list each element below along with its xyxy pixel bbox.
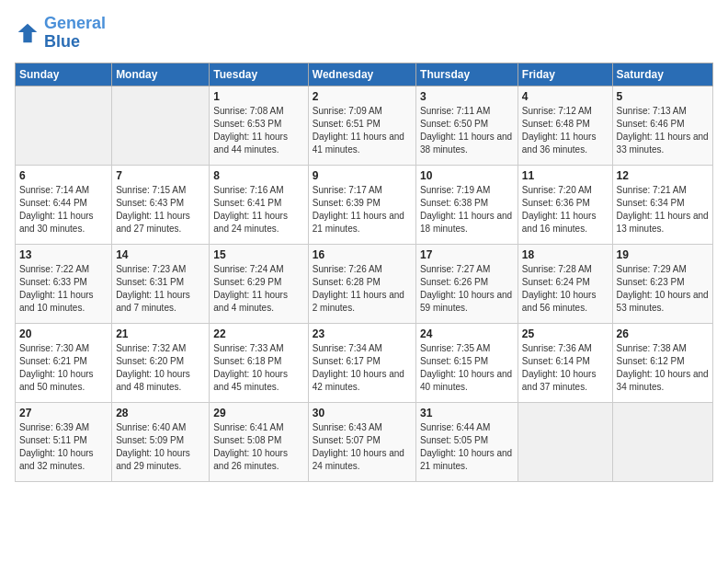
calendar-cell: 11Sunrise: 7:20 AM Sunset: 6:36 PM Dayli…	[518, 165, 612, 244]
day-info: Sunrise: 7:12 AM Sunset: 6:48 PM Dayligh…	[522, 105, 609, 156]
weekday-header: Sunday	[16, 63, 112, 86]
day-info: Sunrise: 7:33 AM Sunset: 6:18 PM Dayligh…	[213, 342, 303, 394]
calendar-cell: 12Sunrise: 7:21 AM Sunset: 6:34 PM Dayli…	[612, 165, 712, 244]
weekday-header-row: SundayMondayTuesdayWednesdayThursdayFrid…	[16, 63, 713, 86]
calendar-cell: 22Sunrise: 7:33 AM Sunset: 6:18 PM Dayli…	[210, 323, 308, 402]
weekday-header: Thursday	[416, 63, 518, 86]
calendar-cell: 16Sunrise: 7:26 AM Sunset: 6:28 PM Dayli…	[308, 244, 415, 323]
weekday-header: Monday	[112, 63, 210, 86]
day-number: 14	[116, 248, 205, 261]
day-info: Sunrise: 7:09 AM Sunset: 6:51 PM Dayligh…	[313, 105, 412, 156]
logo-text: General Blue	[44, 15, 106, 52]
calendar-cell: 29Sunrise: 6:41 AM Sunset: 5:08 PM Dayli…	[210, 402, 308, 481]
calendar-table: SundayMondayTuesdayWednesdayThursdayFrid…	[15, 63, 713, 482]
calendar-week-row: 13Sunrise: 7:22 AM Sunset: 6:33 PM Dayli…	[16, 244, 713, 323]
calendar-cell: 25Sunrise: 7:36 AM Sunset: 6:14 PM Dayli…	[518, 323, 612, 402]
day-info: Sunrise: 7:29 AM Sunset: 6:23 PM Dayligh…	[617, 263, 709, 315]
calendar-cell: 9Sunrise: 7:17 AM Sunset: 6:39 PM Daylig…	[308, 165, 415, 244]
calendar-cell: 2Sunrise: 7:09 AM Sunset: 6:51 PM Daylig…	[308, 86, 415, 165]
calendar-cell: 31Sunrise: 6:44 AM Sunset: 5:05 PM Dayli…	[416, 402, 518, 481]
weekday-header: Saturday	[612, 63, 712, 86]
day-info: Sunrise: 7:13 AM Sunset: 6:46 PM Dayligh…	[617, 105, 709, 156]
calendar-cell: 13Sunrise: 7:22 AM Sunset: 6:33 PM Dayli…	[16, 244, 112, 323]
day-number: 13	[19, 248, 108, 261]
calendar-cell: 1Sunrise: 7:08 AM Sunset: 6:53 PM Daylig…	[210, 86, 308, 165]
day-info: Sunrise: 7:20 AM Sunset: 6:36 PM Dayligh…	[522, 184, 609, 236]
day-number: 17	[420, 248, 514, 261]
weekday-header: Tuesday	[210, 63, 308, 86]
day-info: Sunrise: 6:41 AM Sunset: 5:08 PM Dayligh…	[213, 421, 303, 473]
day-number: 25	[522, 327, 609, 340]
day-number: 20	[19, 327, 108, 340]
day-info: Sunrise: 7:26 AM Sunset: 6:28 PM Dayligh…	[313, 263, 412, 315]
weekday-header: Friday	[518, 63, 612, 86]
day-info: Sunrise: 7:08 AM Sunset: 6:53 PM Dayligh…	[213, 105, 303, 156]
calendar-cell: 26Sunrise: 7:38 AM Sunset: 6:12 PM Dayli…	[612, 323, 712, 402]
day-number: 9	[313, 169, 412, 182]
day-number: 12	[617, 169, 709, 182]
calendar-cell: 15Sunrise: 7:24 AM Sunset: 6:29 PM Dayli…	[210, 244, 308, 323]
day-number: 5	[617, 90, 709, 103]
calendar-cell	[16, 86, 112, 165]
calendar-cell: 19Sunrise: 7:29 AM Sunset: 6:23 PM Dayli…	[612, 244, 712, 323]
day-info: Sunrise: 7:38 AM Sunset: 6:12 PM Dayligh…	[617, 342, 709, 394]
calendar-cell: 10Sunrise: 7:19 AM Sunset: 6:38 PM Dayli…	[416, 165, 518, 244]
calendar-cell: 20Sunrise: 7:30 AM Sunset: 6:21 PM Dayli…	[16, 323, 112, 402]
day-number: 4	[522, 90, 609, 103]
day-info: Sunrise: 7:22 AM Sunset: 6:33 PM Dayligh…	[19, 263, 108, 315]
day-info: Sunrise: 7:27 AM Sunset: 6:26 PM Dayligh…	[420, 263, 514, 315]
page-header: General Blue	[15, 15, 713, 52]
day-info: Sunrise: 6:44 AM Sunset: 5:05 PM Dayligh…	[420, 421, 514, 473]
calendar-cell: 24Sunrise: 7:35 AM Sunset: 6:15 PM Dayli…	[416, 323, 518, 402]
day-info: Sunrise: 6:40 AM Sunset: 5:09 PM Dayligh…	[116, 421, 205, 473]
day-info: Sunrise: 7:30 AM Sunset: 6:21 PM Dayligh…	[19, 342, 108, 394]
day-number: 11	[522, 169, 609, 182]
day-number: 31	[420, 407, 514, 419]
calendar-cell: 17Sunrise: 7:27 AM Sunset: 6:26 PM Dayli…	[416, 244, 518, 323]
day-number: 23	[313, 327, 412, 340]
calendar-week-row: 20Sunrise: 7:30 AM Sunset: 6:21 PM Dayli…	[16, 323, 713, 402]
day-info: Sunrise: 7:24 AM Sunset: 6:29 PM Dayligh…	[213, 263, 303, 315]
calendar-week-row: 27Sunrise: 6:39 AM Sunset: 5:11 PM Dayli…	[16, 402, 713, 481]
day-number: 10	[420, 169, 514, 182]
calendar-cell: 23Sunrise: 7:34 AM Sunset: 6:17 PM Dayli…	[308, 323, 415, 402]
calendar-cell: 3Sunrise: 7:11 AM Sunset: 6:50 PM Daylig…	[416, 86, 518, 165]
day-number: 27	[19, 407, 108, 419]
day-number: 30	[313, 407, 412, 419]
day-number: 16	[313, 248, 412, 261]
day-info: Sunrise: 6:39 AM Sunset: 5:11 PM Dayligh…	[19, 421, 108, 473]
day-info: Sunrise: 7:19 AM Sunset: 6:38 PM Dayligh…	[420, 184, 514, 236]
calendar-cell: 8Sunrise: 7:16 AM Sunset: 6:41 PM Daylig…	[210, 165, 308, 244]
day-number: 15	[213, 248, 303, 261]
day-number: 21	[116, 327, 205, 340]
calendar-cell	[112, 86, 210, 165]
day-number: 24	[420, 327, 514, 340]
day-number: 6	[19, 169, 108, 182]
weekday-header: Wednesday	[308, 63, 415, 86]
day-number: 3	[420, 90, 514, 103]
day-info: Sunrise: 7:34 AM Sunset: 6:17 PM Dayligh…	[313, 342, 412, 394]
day-info: Sunrise: 7:32 AM Sunset: 6:20 PM Dayligh…	[116, 342, 205, 394]
day-info: Sunrise: 7:28 AM Sunset: 6:24 PM Dayligh…	[522, 263, 609, 315]
calendar-week-row: 6Sunrise: 7:14 AM Sunset: 6:44 PM Daylig…	[16, 165, 713, 244]
day-info: Sunrise: 7:36 AM Sunset: 6:14 PM Dayligh…	[522, 342, 609, 394]
calendar-cell: 27Sunrise: 6:39 AM Sunset: 5:11 PM Dayli…	[16, 402, 112, 481]
day-info: Sunrise: 7:23 AM Sunset: 6:31 PM Dayligh…	[116, 263, 205, 315]
day-info: Sunrise: 7:35 AM Sunset: 6:15 PM Dayligh…	[420, 342, 514, 394]
calendar-cell	[518, 402, 612, 481]
day-number: 22	[213, 327, 303, 340]
calendar-cell: 18Sunrise: 7:28 AM Sunset: 6:24 PM Dayli…	[518, 244, 612, 323]
day-info: Sunrise: 7:11 AM Sunset: 6:50 PM Dayligh…	[420, 105, 514, 156]
calendar-cell: 7Sunrise: 7:15 AM Sunset: 6:43 PM Daylig…	[112, 165, 210, 244]
day-number: 18	[522, 248, 609, 261]
day-number: 7	[116, 169, 205, 182]
day-number: 26	[617, 327, 709, 340]
day-info: Sunrise: 7:16 AM Sunset: 6:41 PM Dayligh…	[213, 184, 303, 236]
calendar-cell: 14Sunrise: 7:23 AM Sunset: 6:31 PM Dayli…	[112, 244, 210, 323]
day-number: 28	[116, 407, 205, 419]
day-info: Sunrise: 7:21 AM Sunset: 6:34 PM Dayligh…	[617, 184, 709, 236]
day-info: Sunrise: 7:14 AM Sunset: 6:44 PM Dayligh…	[19, 184, 108, 236]
day-number: 29	[213, 407, 303, 419]
day-number: 8	[213, 169, 303, 182]
day-number: 19	[617, 248, 709, 261]
